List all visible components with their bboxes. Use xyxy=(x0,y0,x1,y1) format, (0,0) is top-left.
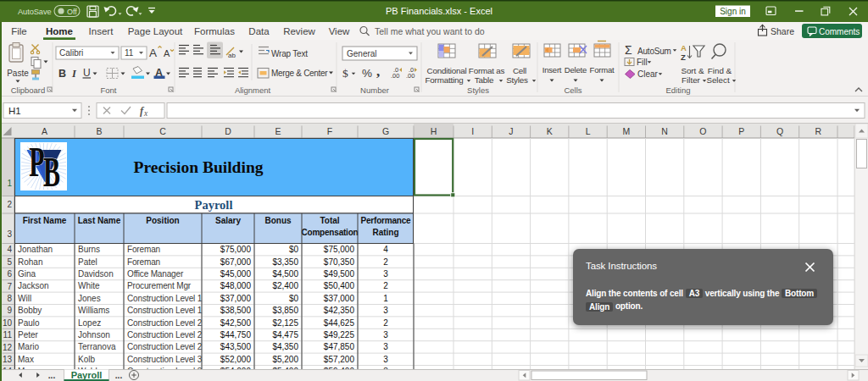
svg-text:$44,750: $44,750 xyxy=(220,330,252,340)
svg-text:Clipboard: Clipboard xyxy=(11,86,46,95)
svg-text:Davidson: Davidson xyxy=(78,269,114,279)
svg-text:Format as: Format as xyxy=(469,66,505,75)
svg-text:Total: Total xyxy=(320,216,339,225)
svg-text:Construction Level 2: Construction Level 2 xyxy=(127,330,203,340)
svg-text:Foreman: Foreman xyxy=(127,257,160,267)
svg-text:3: 3 xyxy=(383,342,388,351)
svg-text:Styles: Styles xyxy=(506,75,528,85)
svg-text:A: A xyxy=(149,47,157,59)
svg-text:$48,000: $48,000 xyxy=(220,281,252,290)
svg-text:Editing: Editing xyxy=(665,86,690,95)
svg-text:$49,500: $49,500 xyxy=(324,269,355,279)
svg-text:A: A xyxy=(42,126,47,136)
svg-text:$37,000: $37,000 xyxy=(324,294,355,303)
svg-text:Review: Review xyxy=(283,26,315,36)
svg-text:$47,850: $47,850 xyxy=(324,342,355,351)
svg-text:Position: Position xyxy=(146,216,179,225)
svg-text:$2,400: $2,400 xyxy=(272,281,298,290)
svg-text:Filter: Filter xyxy=(682,75,701,85)
svg-text:Bobby: Bobby xyxy=(18,306,42,315)
svg-text:Table: Table xyxy=(475,75,494,85)
svg-text:Find &: Find & xyxy=(708,66,732,75)
svg-text:Construction Level 3: Construction Level 3 xyxy=(127,355,203,364)
svg-text:13: 13 xyxy=(3,355,13,364)
svg-text:Construction Level 1: Construction Level 1 xyxy=(127,294,203,303)
svg-text:7: 7 xyxy=(7,282,12,291)
svg-text:2: 2 xyxy=(383,281,388,290)
svg-text:$4,350: $4,350 xyxy=(272,342,298,351)
svg-text:E: E xyxy=(275,126,281,136)
svg-text:Precision Building: Precision Building xyxy=(134,158,264,176)
svg-text:Will: Will xyxy=(18,294,31,303)
svg-text:$4,475: $4,475 xyxy=(272,330,298,340)
svg-text:Jones: Jones xyxy=(78,294,101,303)
svg-text:D: D xyxy=(225,126,231,136)
svg-text:Payroll: Payroll xyxy=(71,370,103,380)
svg-text:P: P xyxy=(738,126,744,136)
svg-text:Clear: Clear xyxy=(637,69,659,79)
svg-text:Construction Level 2: Construction Level 2 xyxy=(127,342,203,351)
svg-text:Rohan: Rohan xyxy=(18,257,42,267)
svg-text:$42,500: $42,500 xyxy=(220,318,252,328)
svg-text:%: % xyxy=(362,67,372,80)
svg-text:Procurement Mgr: Procurement Mgr xyxy=(127,281,192,290)
svg-text:$37,000: $37,000 xyxy=(220,294,252,303)
svg-text:Select: Select xyxy=(706,75,730,85)
svg-text:Paulo: Paulo xyxy=(18,318,40,328)
svg-text:A: A xyxy=(681,43,687,52)
svg-text:$50,400: $50,400 xyxy=(324,281,355,290)
svg-text:8: 8 xyxy=(7,294,12,303)
svg-text:Insert: Insert xyxy=(89,26,114,36)
svg-text:Office Manager: Office Manager xyxy=(127,269,184,279)
svg-text:$0: $0 xyxy=(289,245,299,254)
svg-text:Share: Share xyxy=(771,26,794,36)
svg-text:Delete: Delete xyxy=(565,65,587,75)
svg-text:$45,000: $45,000 xyxy=(220,269,252,279)
svg-text:Insert: Insert xyxy=(542,65,562,75)
svg-text:...: ... xyxy=(115,371,123,380)
svg-text:11: 11 xyxy=(125,48,134,58)
svg-text:Max: Max xyxy=(18,355,34,364)
svg-text:P: P xyxy=(29,138,44,185)
svg-text:6: 6 xyxy=(7,269,12,279)
svg-text:Formulas: Formulas xyxy=(194,26,235,36)
svg-text:Rating: Rating xyxy=(372,228,398,237)
svg-text:J: J xyxy=(509,126,513,136)
svg-text:Performance: Performance xyxy=(361,216,412,225)
svg-text:L: L xyxy=(586,126,591,136)
svg-text:2: 2 xyxy=(383,257,388,267)
svg-text:G: G xyxy=(382,126,389,136)
svg-text:$3,350: $3,350 xyxy=(272,257,298,267)
svg-text:A: A xyxy=(164,48,170,58)
svg-text:$75,000: $75,000 xyxy=(324,245,355,254)
svg-text:General: General xyxy=(347,49,377,58)
svg-text:Sort &: Sort & xyxy=(681,66,704,75)
svg-text:,: , xyxy=(376,64,380,80)
svg-text:5: 5 xyxy=(7,257,12,267)
svg-text:AutoSum: AutoSum xyxy=(637,47,671,56)
svg-text:$57,200: $57,200 xyxy=(324,355,355,364)
svg-text:Terranova: Terranova xyxy=(78,342,116,351)
svg-text:Number: Number xyxy=(360,86,389,95)
svg-text:$43,500: $43,500 xyxy=(220,342,252,351)
svg-text:12: 12 xyxy=(3,343,13,352)
svg-text:$: $ xyxy=(342,67,348,80)
svg-text:1: 1 xyxy=(7,179,12,188)
svg-text:1: 1 xyxy=(383,294,388,303)
svg-text:Data: Data xyxy=(248,26,270,36)
svg-text:First Name: First Name xyxy=(23,216,67,225)
svg-text:Paste: Paste xyxy=(7,69,29,78)
svg-text:M: M xyxy=(622,126,630,136)
svg-text:Comments: Comments xyxy=(819,27,860,36)
svg-text:Burns: Burns xyxy=(78,245,100,254)
svg-text:C: C xyxy=(159,126,166,136)
svg-text:$3,850: $3,850 xyxy=(272,306,298,315)
svg-text:File: File xyxy=(11,26,27,36)
svg-text:Tell me what you want to do: Tell me what you want to do xyxy=(375,26,485,36)
svg-text:AutoSave: AutoSave xyxy=(18,8,52,16)
svg-text:3: 3 xyxy=(383,355,388,364)
svg-text:Cells: Cells xyxy=(564,86,581,95)
svg-text:Calibri: Calibri xyxy=(59,48,83,58)
svg-text:$67,000: $67,000 xyxy=(220,257,252,267)
svg-text:3: 3 xyxy=(383,306,388,315)
